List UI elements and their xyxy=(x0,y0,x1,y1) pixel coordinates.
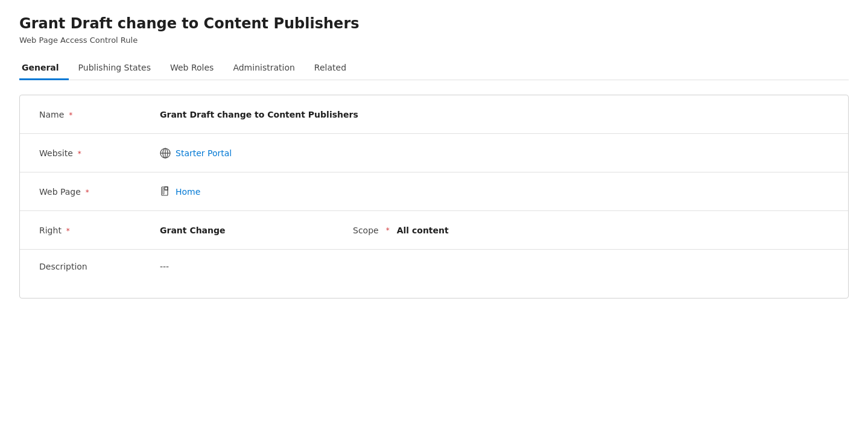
svg-rect-6 xyxy=(165,187,168,190)
form-row-right: Right * Grant Change Scope * All content xyxy=(20,211,848,250)
scope-required-star: * xyxy=(386,226,390,235)
page-subtitle: Web Page Access Control Rule xyxy=(19,36,849,45)
right-row-content: Grant Change Scope * All content xyxy=(160,226,829,235)
tab-related[interactable]: Related xyxy=(305,57,356,80)
tab-publishing-states[interactable]: Publishing States xyxy=(69,57,160,80)
form-container: Name * Grant Draft change to Content Pub… xyxy=(19,95,849,298)
name-value: Grant Draft change to Content Publishers xyxy=(160,110,829,119)
description-label: Description xyxy=(39,262,160,271)
tab-general[interactable]: General xyxy=(19,57,69,80)
form-row-description: Description --- xyxy=(20,250,848,298)
webpage-value: Home xyxy=(160,186,829,197)
name-label: Name * xyxy=(39,110,160,119)
form-row-webpage: Web Page * Home xyxy=(20,172,848,211)
website-value: Starter Portal xyxy=(160,148,829,159)
webpage-link-text: Home xyxy=(176,187,200,197)
right-label: Right * xyxy=(39,226,160,235)
webpage-link[interactable]: Home xyxy=(160,186,200,197)
right-value: Grant Change xyxy=(160,226,353,235)
tabs-container: General Publishing States Web Roles Admi… xyxy=(19,57,849,80)
webpage-label: Web Page * xyxy=(39,187,160,197)
globe-icon xyxy=(160,148,171,159)
form-row-name: Name * Grant Draft change to Content Pub… xyxy=(20,95,848,134)
svg-rect-5 xyxy=(163,188,164,194)
tab-administration[interactable]: Administration xyxy=(223,57,304,80)
scope-value: All content xyxy=(397,226,449,235)
scope-label: Scope xyxy=(353,226,379,235)
webpage-required-star: * xyxy=(83,188,89,197)
tab-web-roles[interactable]: Web Roles xyxy=(160,57,223,80)
page-title: Grant Draft change to Content Publishers xyxy=(19,14,849,33)
right-required-star: * xyxy=(64,227,70,235)
scope-section: Scope * All content xyxy=(353,226,449,235)
name-required-star: * xyxy=(66,111,72,119)
website-label: Website * xyxy=(39,148,160,158)
website-link-text: Starter Portal xyxy=(176,148,232,158)
page-container: Grant Draft change to Content Publishers… xyxy=(0,0,868,313)
website-link[interactable]: Starter Portal xyxy=(160,148,232,159)
page-icon xyxy=(160,186,171,197)
website-required-star: * xyxy=(75,150,81,158)
form-row-website: Website * Starter Portal xyxy=(20,134,848,172)
description-value: --- xyxy=(160,262,829,271)
